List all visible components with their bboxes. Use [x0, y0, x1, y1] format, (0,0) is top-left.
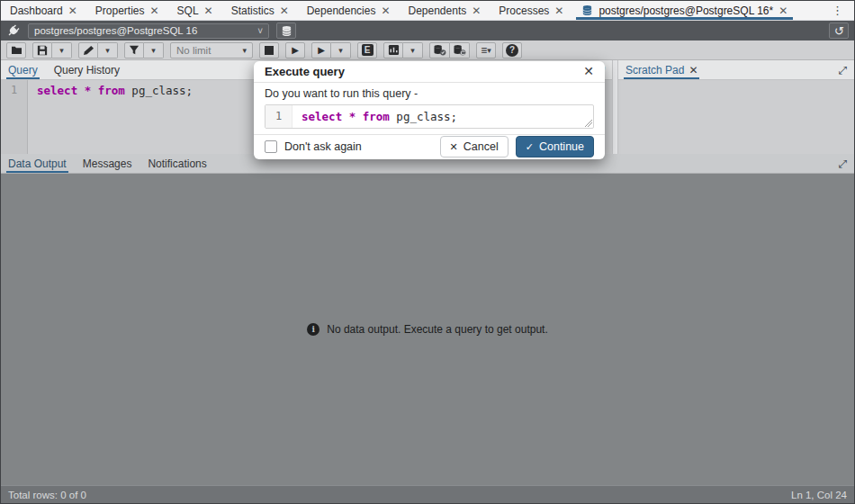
tab-label: Query History: [54, 64, 120, 76]
tab-label: SQL: [177, 4, 199, 17]
sql-identifier: pg_class;: [390, 110, 457, 123]
list-icon: ≡: [481, 44, 487, 57]
execute-options-dropdown[interactable]: ▾: [331, 42, 351, 58]
ellipsis-icon: ⋮: [832, 4, 843, 17]
filter-button[interactable]: [124, 42, 144, 58]
tab-dependents[interactable]: Dependents ✕: [400, 1, 490, 20]
sql-operator: *: [77, 84, 98, 97]
connection-select-value: postgres/postgres@PostgreSQL 16: [34, 25, 197, 36]
open-file-button[interactable]: [6, 42, 26, 58]
expand-icon[interactable]: ⤢: [838, 64, 847, 76]
save-options-dropdown[interactable]: ▾: [52, 42, 72, 58]
help-icon: ?: [506, 44, 518, 57]
tab-label: Notifications: [148, 158, 206, 170]
info-icon: i: [307, 323, 320, 336]
close-icon[interactable]: ✕: [472, 5, 481, 16]
help-button[interactable]: ?: [502, 42, 522, 58]
dialog-header[interactable]: Execute query ✕: [254, 61, 605, 83]
tab-scratch-pad[interactable]: Scratch Pad ✕: [626, 60, 698, 79]
filter-options-dropdown[interactable]: ▾: [144, 42, 164, 58]
sql-keyword: from: [98, 84, 125, 97]
cancel-query-button[interactable]: [259, 42, 279, 58]
tab-sql[interactable]: SQL ✕: [168, 1, 222, 20]
continue-button[interactable]: ✓ Continue: [516, 136, 594, 158]
continue-button-label: Continue: [539, 140, 584, 153]
chevron-down-icon: ▾: [338, 46, 343, 55]
close-icon[interactable]: ✕: [554, 5, 563, 16]
explain-options-dropdown[interactable]: ▾: [403, 42, 423, 58]
tab-label: Statistics: [231, 4, 274, 17]
line-number: 1: [275, 110, 282, 122]
filter-icon: [129, 45, 140, 55]
explain-analyze-button[interactable]: [383, 42, 403, 58]
close-icon[interactable]: ✕: [778, 5, 788, 16]
row-limit-select[interactable]: No limit ▾: [170, 42, 253, 58]
chevron-down-icon: ▾: [242, 46, 247, 55]
tab-properties[interactable]: Properties ✕: [86, 1, 168, 20]
scratch-pad-panel: Scratch Pad ✕ ⤢: [618, 60, 854, 154]
tab-notifications[interactable]: Notifications: [148, 154, 206, 173]
execute-query-dialog: Execute query ✕ Do you want to run this …: [254, 61, 605, 159]
tab-dependencies[interactable]: Dependencies ✕: [298, 1, 400, 20]
close-icon[interactable]: ✕: [688, 64, 698, 76]
tab-processes[interactable]: Processes ✕: [490, 1, 572, 20]
explain-analyze-icon: [388, 44, 400, 56]
tab-query-history[interactable]: Query History: [54, 60, 120, 79]
dialog-title: Execute query: [265, 65, 345, 78]
resize-grip[interactable]: [584, 119, 592, 127]
reset-layout-button[interactable]: ↻: [829, 22, 849, 39]
macros-button[interactable]: ≡ ▾: [476, 42, 496, 58]
close-icon[interactable]: ✕: [204, 5, 213, 16]
commit-icon: [433, 44, 446, 56]
tab-overflow-menu-button[interactable]: ⋮: [821, 1, 854, 20]
tab-statistics[interactable]: Statistics ✕: [222, 1, 298, 20]
query-preview-box: 1 select * from pg_class;: [265, 104, 594, 129]
tab-query[interactable]: Query: [8, 60, 38, 79]
reload-icon: ↻: [834, 24, 844, 38]
dont-ask-again-checkbox[interactable]: Don't ask again: [265, 140, 362, 153]
connection-select[interactable]: postgres/postgres@PostgreSQL 16 ˅: [28, 23, 269, 39]
commit-button[interactable]: [429, 42, 450, 58]
execute-query-button[interactable]: ▶: [285, 42, 305, 58]
chevron-down-icon: ▾: [59, 46, 64, 55]
tab-label: Dashboard: [10, 4, 63, 17]
scratch-pad-area[interactable]: [618, 80, 854, 154]
tab-query-tool-active[interactable]: postgres/postgres@PostgreSQL 16* ✕: [572, 1, 796, 20]
checkbox-icon[interactable]: [265, 140, 277, 153]
close-icon[interactable]: ✕: [68, 5, 77, 16]
sql-keyword: from: [363, 110, 390, 123]
play-script-icon: ▶: [318, 45, 325, 55]
dialog-body: Do you want to run this query - 1 select…: [254, 83, 605, 134]
close-icon[interactable]: ✕: [583, 65, 594, 77]
play-icon: ▶: [292, 45, 299, 55]
close-icon[interactable]: ✕: [149, 5, 158, 16]
tab-label: Messages: [83, 158, 132, 170]
tab-dashboard[interactable]: Dashboard ✕: [1, 1, 86, 20]
query-tool-window: Dashboard ✕ Properties ✕ SQL ✕ Statistic…: [0, 0, 855, 504]
close-icon[interactable]: ✕: [280, 5, 289, 16]
query-toolbar: ▾ ▾ ▾ No limit ▾: [1, 40, 854, 60]
tab-label: Query: [8, 64, 38, 76]
tab-data-output[interactable]: Data Output: [8, 154, 67, 173]
tab-label: Scratch Pad: [626, 64, 684, 76]
new-connection-button[interactable]: [276, 22, 296, 39]
rollback-button[interactable]: [450, 42, 470, 58]
connection-status-icon: [6, 23, 21, 38]
row-limit-value: No limit: [176, 45, 211, 56]
preview-code-line: select * from pg_class;: [292, 105, 593, 128]
close-icon[interactable]: ✕: [381, 5, 390, 16]
tab-label: Dependents: [409, 4, 467, 17]
expand-icon[interactable]: ⤢: [838, 158, 847, 170]
save-file-button[interactable]: [32, 42, 52, 58]
database-icon: [281, 25, 292, 37]
panel-splitter[interactable]: [612, 60, 618, 154]
edit-button[interactable]: [78, 42, 98, 58]
editor-gutter: 1: [1, 80, 28, 154]
tab-messages[interactable]: Messages: [83, 154, 132, 173]
edit-options-dropdown[interactable]: ▾: [98, 42, 118, 58]
explain-button[interactable]: E: [357, 42, 377, 58]
cancel-button[interactable]: ✕ Cancel: [440, 136, 508, 158]
execute-script-button[interactable]: ▶: [311, 42, 331, 58]
sql-keyword: select: [37, 84, 77, 97]
tab-label: Processes: [499, 4, 549, 17]
